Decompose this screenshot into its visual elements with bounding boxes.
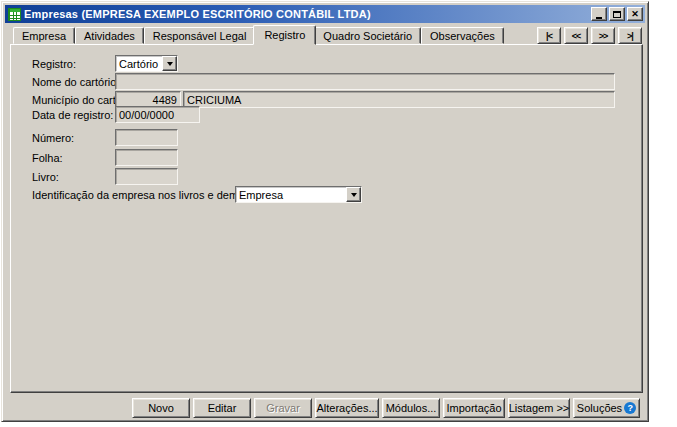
first-record-button[interactable]: |< — [537, 27, 561, 44]
importacao-button[interactable]: Importação — [443, 398, 505, 418]
solucoes-button[interactable]: Soluções ? — [573, 398, 640, 418]
tab-observacoes[interactable]: Observações — [421, 27, 504, 44]
folha-label: Folha: — [32, 150, 63, 166]
window-title: Empresas (EMPRESA EXEMPLO ESCRITÓRIO CON… — [24, 8, 591, 20]
close-button[interactable]: ✕ — [627, 7, 643, 21]
tab-registro[interactable]: Registro — [253, 25, 316, 45]
title-bar[interactable]: Empresas (EMPRESA EXEMPLO ESCRITÓRIO CON… — [5, 5, 645, 23]
next-record-button[interactable]: >> — [591, 27, 615, 44]
tab-atividades[interactable]: Atividades — [75, 27, 144, 44]
maximize-button[interactable] — [609, 7, 625, 21]
identificacao-dropdown[interactable]: Empresa — [235, 186, 362, 203]
tab-responsavel-legal[interactable]: Responsável Legal — [144, 27, 256, 44]
tab-bar: Empresa Atividades Responsável Legal Reg… — [13, 24, 504, 44]
livro-label: Livro: — [32, 169, 59, 185]
registro-dropdown[interactable]: Cartório — [115, 55, 178, 72]
editar-button[interactable]: Editar — [193, 398, 251, 418]
last-record-button[interactable]: >| — [618, 27, 642, 44]
previous-record-button[interactable]: << — [564, 27, 588, 44]
listagem-button[interactable]: Listagem >> — [508, 398, 570, 418]
chevron-down-icon[interactable] — [346, 187, 361, 202]
maximize-icon — [613, 11, 621, 18]
solucoes-button-label: Soluções — [577, 402, 622, 414]
tab-quadro-societario[interactable]: Quadro Societário — [314, 27, 421, 44]
tab-empresa[interactable]: Empresa — [13, 27, 75, 44]
action-button-bar: Novo Editar Gravar Alterações... Módulos… — [10, 398, 640, 418]
close-icon: ✕ — [631, 9, 639, 19]
numero-label: Número: — [32, 130, 74, 146]
folha-field[interactable] — [115, 149, 178, 166]
alteracoes-button[interactable]: Alterações... — [315, 398, 379, 418]
livro-field[interactable] — [115, 168, 178, 185]
registro-label: Registro: — [32, 56, 76, 72]
green-spreadsheet-icon — [8, 8, 21, 21]
nome-cartorio-label: Nome do cartório: — [32, 74, 119, 90]
chevron-down-icon[interactable] — [162, 56, 177, 71]
empresas-window: Empresas (EMPRESA EXEMPLO ESCRITÓRIO CON… — [1, 1, 649, 422]
data-registro-label: Data de registro: — [32, 107, 113, 123]
identificacao-dropdown-value: Empresa — [236, 189, 346, 201]
numero-field[interactable] — [115, 129, 178, 146]
modulos-button[interactable]: Módulos... — [382, 398, 440, 418]
registro-dropdown-value: Cartório — [116, 58, 162, 70]
help-icon: ? — [624, 402, 636, 414]
minimize-icon — [596, 17, 602, 19]
record-navigator: |< << >> >| — [537, 27, 642, 44]
registro-tab-panel: Registro: Cartório Nome do cartório: Mun… — [10, 44, 643, 393]
novo-button[interactable]: Novo — [132, 398, 190, 418]
minimize-button[interactable] — [591, 7, 607, 21]
municipio-cartorio-name-field[interactable] — [183, 91, 615, 108]
gravar-button: Gravar — [254, 398, 312, 418]
data-registro-field[interactable] — [115, 106, 200, 123]
nome-cartorio-field[interactable] — [115, 73, 615, 90]
